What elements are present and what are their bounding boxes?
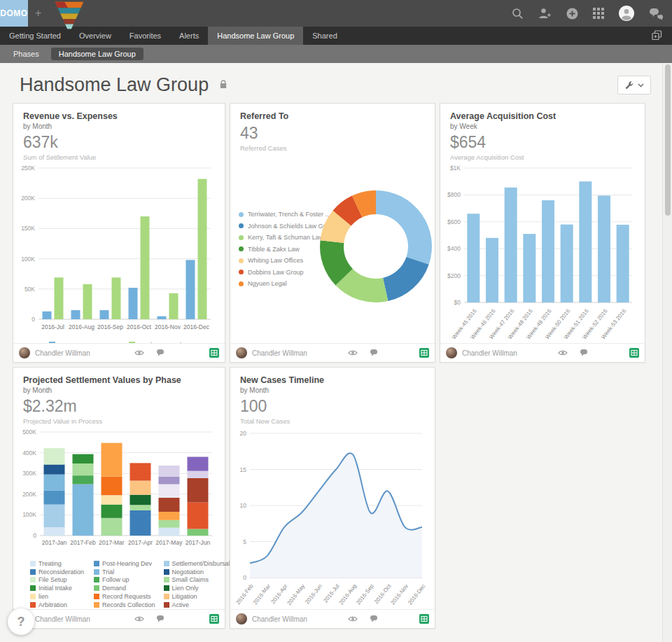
views-icon[interactable] (348, 347, 358, 359)
card-subtitle: by Month (240, 386, 425, 394)
phase-legend-item[interactable]: Trial (94, 568, 155, 576)
data-source-icon[interactable] (209, 348, 219, 358)
card-referred-to[interactable]: Referred To 43 Referred Cases Terriwater… (230, 103, 435, 363)
subtab-handsome-law-group[interactable]: Handsome Law Group (51, 48, 144, 60)
app-grid-icon[interactable] (593, 8, 604, 19)
phase-legend-item[interactable]: Initial Intake (30, 584, 85, 592)
add-circle-icon[interactable] (566, 8, 578, 20)
card-summary-label: Total New Cases (240, 417, 425, 425)
views-icon[interactable] (134, 347, 144, 359)
domo-logo[interactable]: DOMO (0, 0, 28, 27)
svg-text:2017-Jun: 2017-Jun (186, 539, 211, 546)
revenue-expenses-bar-chart[interactable]: 050K100K150K200K250K2016-Jul2016-Aug2016… (13, 161, 218, 336)
search-icon[interactable] (512, 8, 524, 20)
svg-text:100K: 100K (22, 511, 36, 518)
phase-legend-item[interactable]: Treating (30, 559, 85, 568)
owner-avatar[interactable] (236, 613, 247, 624)
acquisition-cost-bar-chart[interactable]: $0$200$400$600$800$1KWeek-45 2016Week-46… (440, 161, 638, 349)
card-header: New Cases Timeline by Month 100 Total Ne… (230, 368, 435, 425)
user-avatar[interactable] (619, 6, 634, 21)
comments-icon[interactable] (370, 613, 378, 625)
svg-text:10: 10 (240, 502, 247, 509)
data-source-icon[interactable] (419, 614, 429, 624)
owner-avatar[interactable] (236, 347, 247, 358)
views-icon[interactable] (134, 613, 144, 625)
domo-logo-text: DOMO (0, 8, 27, 18)
phase-legend-item[interactable]: Active (164, 601, 230, 609)
card-grid: Revenue vs. Expenses by Month 637k Sum o… (0, 102, 672, 629)
svg-text:5: 5 (243, 538, 246, 545)
phase-legend-item[interactable]: Reconsideration (30, 568, 85, 576)
svg-text:2016-May: 2016-May (286, 583, 306, 607)
phase-legend-item[interactable]: Follow up (94, 576, 155, 585)
svg-text:2016-Oct: 2016-Oct (127, 323, 152, 330)
comments-icon[interactable] (370, 347, 378, 359)
svg-text:50K: 50K (24, 286, 35, 293)
svg-text:0: 0 (243, 574, 246, 581)
svg-text:2016-Nov: 2016-Nov (155, 323, 181, 330)
chat-icon[interactable] (649, 8, 664, 20)
phase-legend-item[interactable]: Arbitration (30, 601, 85, 609)
scrollbar-track[interactable] (662, 63, 672, 642)
card-new-cases-timeline[interactable]: New Cases Timeline by Month 100 Total Ne… (230, 367, 435, 629)
phase-legend-item[interactable]: Lien Only (164, 584, 230, 592)
svg-text:2017-Apr: 2017-Apr (128, 539, 153, 546)
comments-icon[interactable] (156, 613, 164, 625)
card-projected-settlement-values[interactable]: Projected Settlement Values by Phase by … (13, 367, 225, 629)
logo-plus-separator: + (35, 7, 41, 20)
phase-legend-item[interactable]: Litigation (164, 592, 230, 601)
comments-icon[interactable] (156, 347, 164, 359)
owner-avatar[interactable] (446, 347, 457, 358)
card-summary-label: Projected Value in Process (23, 417, 215, 425)
help-button[interactable]: ? (8, 608, 34, 635)
card-header: Referred To 43 Referred Cases (230, 104, 435, 152)
tab-shared[interactable]: Shared (303, 27, 346, 45)
views-icon[interactable] (348, 613, 358, 625)
svg-text:2016-Mar: 2016-Mar (252, 582, 272, 606)
phase-legend-item[interactable]: Settlement/Disbursal (164, 559, 230, 568)
owner-name: Chandler Willman (35, 615, 90, 623)
phase-legend-item[interactable]: lien (30, 592, 85, 601)
phase-legend-item[interactable]: Post-Hearing Dev (94, 559, 155, 568)
pages-overview-icon[interactable] (652, 30, 672, 42)
new-cases-area-chart[interactable]: 051015202016-Feb2016-Mar2016-Apr2016-May… (230, 425, 428, 617)
app-funnel-logo-icon[interactable] (52, 0, 87, 34)
person-add-icon[interactable] (538, 8, 552, 19)
owner-avatar[interactable] (19, 347, 30, 358)
page-tools-button[interactable] (617, 76, 651, 95)
data-source-icon[interactable] (419, 348, 429, 358)
card-revenue-vs-expenses[interactable]: Revenue vs. Expenses by Month 637k Sum o… (13, 103, 225, 363)
card-summary-value: 637k (23, 133, 215, 152)
svg-text:2017-Jan: 2017-Jan (42, 539, 67, 546)
phase-legend-item[interactable]: Small Claims (164, 576, 230, 585)
comments-icon[interactable] (580, 347, 588, 359)
phase-legend-item[interactable]: Negotiation (164, 568, 230, 576)
data-source-icon[interactable] (629, 348, 639, 358)
settlement-values-stacked-bar-chart[interactable]: 0100K200K300K400K500K2017-Jan2017-Feb201… (13, 425, 218, 551)
referred-to-donut-chart[interactable] (316, 186, 436, 307)
svg-text:$200: $200 (447, 272, 461, 279)
data-source-icon[interactable] (209, 614, 219, 624)
tab-alerts[interactable]: Alerts (170, 27, 208, 45)
subtab-phases[interactable]: Phases (6, 48, 47, 60)
card-title: New Cases Timeline (240, 375, 425, 385)
phase-legend-item[interactable]: Records Collection (94, 601, 155, 609)
card-subtitle: by Month (23, 123, 215, 130)
card-average-acquisition-cost[interactable]: Average Acquisition Cost by Week $654 Av… (440, 103, 645, 363)
card-summary-value: 100 (240, 397, 425, 416)
svg-text:$400: $400 (447, 245, 461, 252)
svg-text:20: 20 (240, 430, 247, 437)
svg-text:2017-May: 2017-May (156, 539, 183, 546)
card-summary-label: Referred Cases (240, 144, 425, 152)
card-footer: Chandler Willman (230, 343, 435, 362)
tab-favorites[interactable]: Favorites (120, 27, 170, 45)
card-title: Average Acquisition Cost (450, 111, 635, 121)
svg-text:$600: $600 (447, 218, 461, 225)
phase-legend-item[interactable]: File Setup (30, 576, 85, 585)
phase-legend-item[interactable]: Demand (94, 584, 155, 592)
phase-legend-item[interactable]: Record Requests (94, 592, 155, 601)
tab-handsome-law-group[interactable]: Handsome Law Group (208, 27, 303, 45)
views-icon[interactable] (558, 347, 568, 359)
scrollbar-thumb[interactable] (665, 64, 671, 216)
svg-text:$0: $0 (454, 299, 461, 306)
